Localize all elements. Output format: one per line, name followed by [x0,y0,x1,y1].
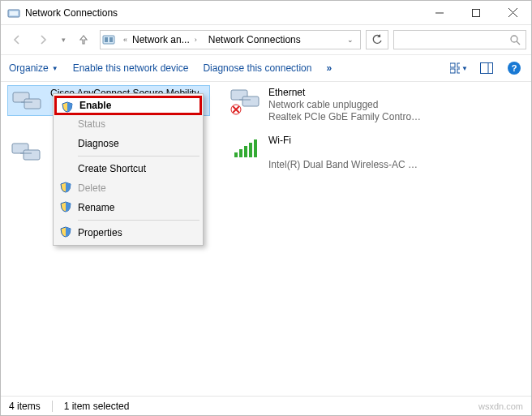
adapter-icon [11,88,44,114]
preview-pane-button[interactable] [478,59,496,77]
menu-label: Create Shortcut [78,163,146,174]
maximize-button[interactable] [457,1,494,24]
svg-rect-32 [249,143,252,157]
svg-rect-31 [244,146,247,157]
address-bar[interactable]: « Network an... › Network Connections ⌄ [100,30,361,49]
menu-label: Diagnose [78,138,119,149]
diagnose-button[interactable]: Diagnose this connection [203,62,311,74]
svg-rect-30 [239,149,242,157]
search-icon [509,34,521,45]
svg-rect-3 [472,9,479,16]
menu-separator [78,156,200,157]
search-input[interactable] [393,30,526,49]
navbar: ▾ « Network an... › Network Connections … [1,25,531,54]
connection-status: Network cable unplugged [268,99,423,111]
minimize-button[interactable] [421,1,457,24]
window-buttons [421,1,531,24]
context-menu: Enable Status Diagnose Create Shortcut D… [53,93,204,246]
svg-rect-18 [24,99,41,109]
watermark: wsxdn.com [478,401,523,411]
help-icon: ? [508,62,521,75]
menu-item-enable[interactable]: Enable [54,96,202,115]
connection-adapter: Realtek PCIe GbE Family Controller [268,111,423,123]
command-bar: Organize ▼ Enable this network device Di… [1,54,531,82]
svg-rect-11 [450,63,455,67]
connection-name: Wi-Fi [268,135,423,147]
titlebar: Network Connections [1,1,531,25]
menu-label: Properties [78,227,122,238]
menu-label: Status [78,118,105,130]
adapter-icon [230,87,262,113]
organize-menu[interactable]: Organize ▼ [9,62,58,74]
organize-label: Organize [9,62,49,74]
menu-item-delete: Delete [55,178,201,198]
connection-item-wifi[interactable]: Wi-Fi Intel(R) Dual Band Wireless-AC 31.… [226,133,429,173]
status-bar: 4 items 1 item selected wsxdn.com [1,396,531,415]
connection-adapter: Intel(R) Dual Band Wireless-AC 31... [268,159,423,171]
separator [52,401,53,412]
control-panel-icon [102,33,115,46]
overflow-button[interactable]: » [326,62,332,74]
menu-label: Rename [78,202,114,213]
chevron-icon: « [122,36,129,44]
svg-rect-8 [109,37,113,42]
content-area: Cisco AnyConnect Secure Mobility Etherne… [1,82,531,396]
breadcrumb-item-2[interactable]: Network Connections [205,31,304,49]
window: Network Connections ▾ « Network an... › … [0,0,532,416]
selection-count: 1 item selected [64,401,130,412]
view-options-button[interactable]: ▼ [450,59,468,77]
menu-item-create-shortcut[interactable]: Create Shortcut [55,159,201,178]
shield-icon [60,182,71,193]
svg-rect-29 [234,152,238,157]
shield-icon [60,201,71,212]
svg-rect-33 [254,139,257,157]
svg-rect-12 [457,63,460,67]
column-2: Ethernet Network cable unplugged Realtek… [226,85,429,173]
refresh-button[interactable] [366,30,388,49]
svg-rect-7 [105,37,108,42]
svg-point-9 [511,36,517,42]
svg-line-10 [517,41,520,45]
breadcrumb-label: Network Connections [208,34,301,45]
menu-label: Delete [78,182,106,194]
close-button[interactable] [494,1,531,24]
menu-item-properties[interactable]: Properties [55,223,201,242]
svg-rect-24 [242,96,259,106]
svg-rect-14 [457,69,460,73]
connection-adapter [268,147,423,159]
up-button[interactable] [72,29,95,50]
caret-down-icon: ▼ [52,65,58,72]
enable-device-button[interactable]: Enable this network device [73,62,189,74]
forward-button[interactable] [32,29,54,50]
app-icon [7,6,20,19]
caret-down-icon: ▼ [461,65,468,72]
connection-item-ethernet[interactable]: Ethernet Network cable unplugged Realtek… [226,85,429,125]
item-count: 4 items [9,401,41,412]
help-button[interactable]: ? [505,59,523,77]
breadcrumb-label: Network an... [132,34,190,45]
window-title: Network Connections [25,7,421,19]
breadcrumb-item-1[interactable]: « Network an... › [118,31,202,49]
menu-item-status: Status [55,114,201,134]
menu-item-rename[interactable]: Rename [55,198,201,217]
menu-separator [78,220,200,221]
menu-item-diagnose[interactable]: Diagnose [55,134,201,153]
svg-rect-21 [24,150,40,160]
address-dropdown[interactable]: ⌄ [342,36,358,44]
back-button[interactable] [6,29,28,50]
adapter-icon [11,139,43,165]
connection-name: Ethernet [268,87,423,99]
shield-icon [60,226,71,238]
svg-rect-13 [450,69,455,73]
history-dropdown[interactable]: ▾ [58,36,69,44]
wifi-signal-icon [230,135,262,161]
svg-rect-15 [481,63,493,74]
menu-label: Enable [79,100,111,111]
chevron-right-icon: › [193,36,199,44]
shield-icon [62,101,73,113]
svg-rect-1 [10,11,18,15]
